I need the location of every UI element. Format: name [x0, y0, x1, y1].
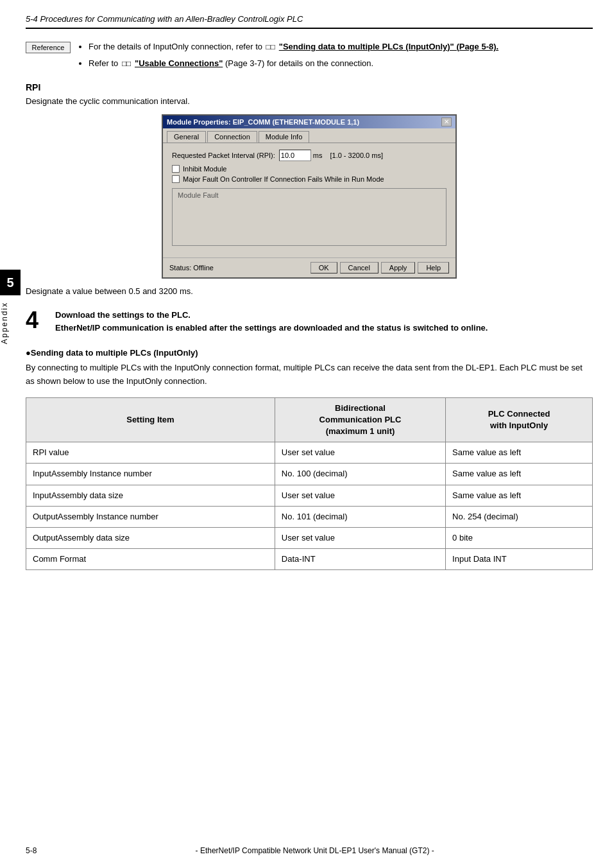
cancel-button[interactable]: Cancel [340, 262, 378, 273]
rpi-heading: RPI [26, 82, 593, 92]
table-header-row: Setting Item BidirectionalCommunication … [26, 397, 593, 442]
dialog-tab-connection[interactable]: Connection [207, 131, 257, 143]
table-cell-col2: 0 bite [446, 527, 593, 548]
table-cell-col1: Data-INT [275, 549, 445, 570]
inhibit-checkbox-row: Inhibit Module [172, 165, 446, 173]
inhibit-label: Inhibit Module [183, 165, 227, 173]
dialog-screenshot: Module Properties: EIP_COMM (ETHERNET-MO… [162, 114, 457, 279]
dialog-body: Requested Packet Interval (RPI): 10.0 ms… [163, 143, 455, 257]
table-cell-col1: No. 100 (decimal) [275, 464, 445, 485]
dialog-tab-general[interactable]: General [167, 131, 206, 143]
settings-table: Setting Item BidirectionalCommunication … [26, 397, 593, 571]
rpi-unit-label: ms [313, 152, 323, 159]
table-cell-col2: Same value as left [446, 442, 593, 464]
ok-button[interactable]: OK [310, 262, 337, 273]
reference-list: For the details of InputOnly connection,… [78, 40, 593, 69]
dialog-title-text: Module Properties: EIP_COMM (ETHERNET-MO… [167, 118, 359, 126]
table-row: RPI valueUser set valueSame value as lef… [26, 442, 593, 464]
footer-page-number: 5-8 [26, 846, 37, 855]
fault-checkbox-row: Major Fault On Controller If Connection … [172, 175, 446, 183]
table-row: OutputAssembly data sizeUser set value0 … [26, 527, 593, 548]
rpi-description: Designate the cyclic communication inter… [26, 95, 593, 108]
module-fault-groupbox: Module Fault [172, 188, 446, 246]
rpi-section: RPI Designate the cyclic communication i… [26, 82, 593, 297]
dialog-buttons: OK Cancel Apply Help [310, 262, 449, 273]
table-cell-col0: RPI value [26, 442, 275, 464]
table-cell-col2: Same value as left [446, 485, 593, 506]
step4-content: Download the settings to the PLC. EtherN… [55, 309, 593, 335]
dialog-status: Status: Offline [169, 264, 214, 272]
dialog-tabs: General Connection Module Info [163, 128, 455, 143]
table-cell-col2: Same value as left [446, 464, 593, 485]
reference-content: For the details of InputOnly connection,… [78, 40, 593, 73]
fault-label: Major Fault On Controller If Connection … [183, 175, 384, 183]
table-cell-col2: Input Data INT [446, 549, 593, 570]
rpi-row: Requested Packet Interval (RPI): 10.0 ms… [172, 150, 446, 161]
book-icon-2: □□ [122, 58, 132, 69]
col-header-inputonly: PLC Connectedwith InputOnly [446, 397, 593, 442]
main-content: 5-4 Procedures for Communicating with an… [26, 0, 593, 570]
chapter-sidebar: 5 Appendix [0, 0, 21, 868]
table-cell-col0: InputAssembly Instance number [26, 464, 275, 485]
inhibit-checkbox[interactable] [172, 165, 180, 173]
dialog-tab-moduleinfo[interactable]: Module Info [259, 131, 309, 143]
rpi-range-label: [1.0 - 3200.0 ms] [330, 152, 383, 159]
table-cell-col0: Comm Format [26, 549, 275, 570]
page-header: 5-4 Procedures for Communicating with an… [26, 6, 593, 29]
step4-section: 4 Download the settings to the PLC. Ethe… [26, 309, 593, 335]
table-cell-col0: InputAssembly data size [26, 485, 275, 506]
chapter-number: 5 [0, 270, 21, 295]
table-row: Comm FormatData-INTInput Data INT [26, 549, 593, 570]
table-cell-col1: User set value [275, 527, 445, 548]
table-cell-col1: User set value [275, 485, 445, 506]
step4-number: 4 [26, 309, 46, 332]
table-cell-col0: OutputAssembly data size [26, 527, 275, 548]
table-cell-col2: No. 254 (decimal) [446, 506, 593, 527]
rpi-input-field[interactable]: 10.0 [279, 150, 311, 161]
page-footer: 5-8 - EtherNet/IP Compatible Network Uni… [26, 846, 593, 855]
table-cell-col1: No. 101 (decimal) [275, 506, 445, 527]
footer-manual-name: - EtherNet/IP Compatible Network Unit DL… [37, 846, 593, 855]
module-fault-title: Module Fault [178, 191, 441, 199]
designate-text: Designate a value between 0.5 and 3200 m… [26, 285, 593, 298]
sending-text: By connecting to multiple PLCs with the … [26, 361, 593, 388]
table-cell-col0: OutputAssembly Instance number [26, 506, 275, 527]
reference-item-2: Refer to □□ "Usable Connections" (Page 3… [89, 57, 593, 70]
page-header-title: 5-4 Procedures for Communicating with an… [26, 14, 303, 24]
help-button[interactable]: Help [418, 262, 449, 273]
col-header-setting: Setting Item [26, 397, 275, 442]
table-row: OutputAssembly Instance numberNo. 101 (d… [26, 506, 593, 527]
book-icon-1: □□ [266, 41, 276, 53]
table-row: InputAssembly Instance numberNo. 100 (de… [26, 464, 593, 485]
reference-item-1: For the details of InputOnly connection,… [89, 40, 593, 53]
dialog-titlebar: Module Properties: EIP_COMM (ETHERNET-MO… [163, 116, 455, 128]
sending-heading: ●Sending data to multiple PLCs (InputOnl… [26, 348, 593, 358]
reference-badge: Reference [26, 42, 71, 53]
rpi-input-label: Requested Packet Interval (RPI): [172, 152, 275, 159]
apply-button[interactable]: Apply [381, 262, 416, 273]
module-fault-content [178, 202, 441, 240]
dialog-footer: Status: Offline OK Cancel Apply Help [163, 257, 455, 277]
page-container: 5 Appendix 5-4 Procedures for Communicat… [0, 0, 612, 868]
fault-checkbox[interactable] [172, 175, 180, 183]
table-body: RPI valueUser set valueSame value as lef… [26, 442, 593, 570]
reference-section: Reference For the details of InputOnly c… [26, 40, 593, 73]
col-header-bidirectional: BidirectionalCommunication PLC(maximum 1… [275, 397, 445, 442]
table-cell-col1: User set value [275, 442, 445, 464]
appendix-label: Appendix [0, 302, 21, 344]
step4-main-text: Download the settings to the PLC. EtherN… [55, 309, 593, 334]
dialog-close-button[interactable]: ✕ [441, 117, 452, 126]
table-row: InputAssembly data sizeUser set valueSam… [26, 485, 593, 506]
